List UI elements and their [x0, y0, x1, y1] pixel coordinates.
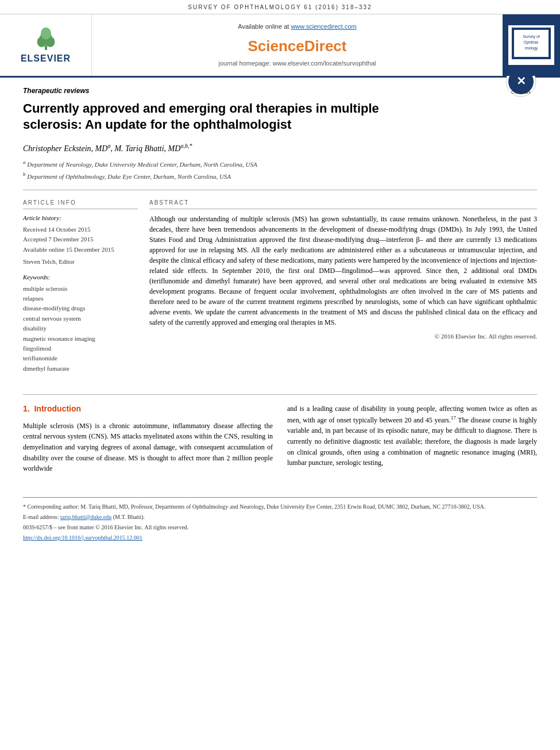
article-title: Currently approved and emerging oral the…	[23, 101, 414, 133]
keyword-9: dimethyl fumarate	[23, 364, 138, 373]
sciencedirect-url[interactable]: www.sciencedirect.com	[291, 23, 356, 30]
journal-logo-area: Survey of Ophthal- mology	[503, 14, 560, 76]
journal-header-text: SURVEY OF OPHTHALMOLOGY 61 (2016) 318–33…	[188, 4, 372, 10]
journal-logo-inner: Survey of Ophthal- mology	[508, 25, 554, 64]
main-content: Therapeutic reviews ✕ CrossMark Currentl…	[0, 78, 560, 386]
sciencedirect-brand: ScienceDirect	[248, 36, 347, 56]
editor-info: Steven Telch, Editor	[23, 257, 138, 266]
svg-text:Survey of: Survey of	[523, 34, 540, 39]
svg-text:Ophthal-: Ophthal-	[524, 40, 540, 45]
section-divider-1	[23, 394, 537, 395]
intro-section: 1. Introduction Multiple sclerosis (MS) …	[23, 403, 537, 474]
author-1: Christopher Eckstein, MDa	[23, 144, 110, 153]
history-label: Article history:	[23, 214, 138, 222]
elsevier-logo-area: ELSEVIER	[0, 14, 92, 76]
svg-text:mology: mology	[525, 46, 538, 51]
journal-homepage: journal homepage: www.elsevier.com/locat…	[219, 59, 376, 68]
keyword-7: fingolimod	[23, 344, 138, 353]
keyword-1: multiple sclerosis	[23, 284, 138, 293]
footnotes-area: * Corresponding author: M. Tariq Bhatti,…	[23, 497, 537, 542]
article-info-col: ARTICLE INFO Article history: Received 1…	[23, 199, 138, 374]
doi-link-text: http://dx.doi.org/10.1016/j.survophthal.…	[23, 533, 537, 542]
section-label: Therapeutic reviews	[23, 86, 537, 96]
abstract-header: ABSTRACT	[149, 199, 537, 209]
author-2: M. Tariq Bhatti, MDa,b,*	[114, 144, 192, 153]
intro-col-1: 1. Introduction Multiple sclerosis (MS) …	[23, 403, 273, 474]
received-date: Received 14 October 2015	[23, 225, 138, 234]
article-info-header: ARTICLE INFO	[23, 199, 138, 209]
doi-link[interactable]: http://dx.doi.org/10.1016/j.survophthal.…	[23, 534, 142, 541]
intro-text-col1: Multiple sclerosis (MS) is a chronic aut…	[23, 421, 273, 474]
abstract-text: Although our understanding of multiple s…	[149, 214, 537, 328]
svg-text:✕: ✕	[516, 75, 526, 87]
abstract-col: ABSTRACT Although our understanding of m…	[149, 199, 537, 374]
body-content: 1. Introduction Multiple sclerosis (MS) …	[0, 394, 560, 486]
affiliation-b: b Department of Ophthalmology, Duke Eye …	[23, 171, 537, 181]
keyword-8: teriflunomide	[23, 354, 138, 363]
copyright-text: © 2016 Elsevier Inc. All rights reserved…	[149, 332, 537, 341]
elsevier-wordmark: ELSEVIER	[21, 52, 71, 65]
divider-1	[23, 190, 537, 190]
elsevier-tree-icon	[34, 25, 57, 51]
article-info-abstract: ARTICLE INFO Article history: Received 1…	[23, 199, 537, 374]
keyword-6: magnetic resonance imaging	[23, 334, 138, 343]
journal-center: Available online at www.sciencedirect.co…	[92, 14, 503, 76]
keyword-5: disability	[23, 324, 138, 333]
intro-col-2: and is a leading cause of disability in …	[287, 403, 537, 474]
authors-line: Christopher Eckstein, MDa, M. Tariq Bhat…	[23, 142, 537, 154]
keywords-label: Keywords:	[23, 273, 138, 282]
affiliation-a: a Department of Neurology, Duke Universi…	[23, 159, 537, 169]
keyword-4: central nervous system	[23, 314, 138, 323]
accepted-date: Accepted 7 December 2015	[23, 235, 138, 244]
svg-point-4	[41, 28, 51, 40]
available-online-text: Available online at www.sciencedirect.co…	[238, 22, 356, 31]
svg-text:CrossMark: CrossMark	[511, 90, 531, 94]
email-link[interactable]: tariq.bhatti@duke.edu	[60, 514, 111, 520]
email-note: E-mail address: tariq.bhatti@duke.edu (M…	[23, 513, 537, 521]
intro-title: 1. Introduction	[23, 403, 273, 415]
keyword-3: disease-modifying drugs	[23, 304, 138, 313]
publisher-header: ELSEVIER Available online at www.science…	[0, 14, 560, 78]
keyword-2: relapses	[23, 294, 138, 303]
available-online-date: Available online 15 December 2015	[23, 245, 138, 254]
journal-header: SURVEY OF OPHTHALMOLOGY 61 (2016) 318–33…	[0, 0, 560, 14]
issn-note: 0039-6257/$ – see front matter © 2016 El…	[23, 523, 537, 532]
corresponding-note: * Corresponding author: M. Tariq Bhatti,…	[23, 502, 537, 511]
journal-logo-icon: Survey of Ophthal- mology	[512, 28, 551, 59]
intro-text-col2: and is a leading cause of disability in …	[287, 403, 537, 468]
keywords-section: Keywords: multiple sclerosis relapses di…	[23, 273, 138, 373]
